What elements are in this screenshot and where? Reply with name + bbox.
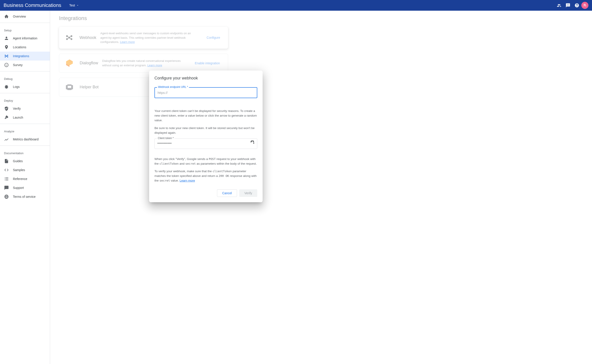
sidebar-item-samples[interactable]: Samples bbox=[0, 166, 50, 175]
verify-info-2: To verify your webhook, make sure that t… bbox=[155, 169, 257, 183]
rocket-icon bbox=[4, 115, 9, 120]
modal-overlay bbox=[50, 11, 592, 364]
sidebar-item-reference[interactable]: Reference bbox=[0, 175, 50, 183]
sidebar-item-verify[interactable]: Verify bbox=[0, 104, 50, 113]
svg-point-7 bbox=[6, 64, 6, 65]
chart-icon bbox=[4, 137, 9, 142]
nav-label: Locations bbox=[13, 46, 26, 49]
nav-label: Terms of service bbox=[13, 195, 36, 198]
nav-label: Guides bbox=[13, 159, 23, 163]
nav-label: Reference bbox=[13, 177, 27, 181]
nav-label: Launch bbox=[13, 116, 23, 119]
refresh-icon bbox=[250, 141, 255, 145]
nav-label: Integrations bbox=[13, 54, 29, 58]
nav-label: Agent information bbox=[13, 37, 37, 40]
agent-selector[interactable]: Test bbox=[67, 3, 81, 8]
divider bbox=[0, 71, 50, 72]
section-debug: Debug bbox=[0, 73, 50, 82]
agent-name: Test bbox=[69, 4, 75, 7]
code-icon bbox=[4, 168, 9, 172]
sidebar-item-integrations[interactable]: Integrations bbox=[0, 52, 50, 60]
smiley-icon bbox=[4, 63, 9, 67]
sidebar-item-launch[interactable]: Launch bbox=[0, 113, 50, 122]
token-info-1: Your current client token can't be displ… bbox=[155, 109, 257, 123]
section-analyze: Analyze bbox=[0, 126, 50, 135]
sidebar-item-survey[interactable]: Survey bbox=[0, 60, 50, 69]
sidebar-item-agent-info[interactable]: Agent information bbox=[0, 34, 50, 43]
nav-label: Support bbox=[13, 186, 24, 189]
nav-label: Survey bbox=[13, 63, 23, 67]
integrations-icon bbox=[4, 54, 9, 58]
webhook-url-field[interactable]: Webhook endpoint URL * bbox=[155, 87, 257, 98]
regenerate-token-button[interactable] bbox=[250, 141, 255, 146]
document-icon bbox=[4, 159, 9, 163]
webhook-url-input[interactable] bbox=[155, 88, 257, 98]
sidebar-item-metrics[interactable]: Metrics dashboard bbox=[0, 135, 50, 144]
cancel-button[interactable]: Cancel bbox=[217, 189, 237, 197]
dialog-title: Configure your webhook bbox=[155, 76, 257, 81]
client-token-input[interactable] bbox=[155, 139, 257, 149]
sidebar-item-support[interactable]: Support bbox=[0, 183, 50, 192]
globe-icon bbox=[4, 194, 9, 199]
client-token-field[interactable]: Client token * bbox=[155, 138, 257, 149]
sidebar-item-tos[interactable]: Terms of service bbox=[0, 192, 50, 201]
nav-label: Overview bbox=[13, 15, 26, 18]
sidebar-item-overview[interactable]: Overview bbox=[0, 12, 50, 21]
divider bbox=[0, 23, 50, 23]
section-documentation: Documentation bbox=[0, 148, 50, 157]
sidebar-item-guides[interactable]: Guides bbox=[0, 157, 50, 166]
topbar: Business Communications Test 鳥 bbox=[0, 0, 592, 11]
share-icon[interactable] bbox=[555, 1, 564, 10]
verify-button[interactable]: Verify bbox=[239, 189, 257, 197]
verify-info-1: When you click "Verify", Google sends a … bbox=[155, 157, 257, 166]
sidebar-item-logs[interactable]: Logs bbox=[0, 82, 50, 91]
section-setup: Setup bbox=[0, 25, 50, 34]
sidebar: Overview Setup Agent information Locatio… bbox=[0, 11, 50, 364]
shield-icon bbox=[4, 106, 9, 111]
divider bbox=[0, 93, 50, 93]
divider bbox=[0, 124, 50, 124]
token-info-2: Be sure to note your new client token. I… bbox=[155, 126, 257, 135]
bug-icon bbox=[4, 84, 9, 89]
field-label: Webhook endpoint URL * bbox=[157, 85, 189, 89]
svg-point-6 bbox=[5, 63, 8, 67]
nav-label: Samples bbox=[13, 168, 25, 172]
main-content: Integrations Webhook Agent-level webhook… bbox=[50, 11, 592, 364]
product-name: Business Communications bbox=[4, 2, 61, 8]
chat-icon bbox=[4, 185, 9, 190]
section-deploy: Deploy bbox=[0, 95, 50, 104]
svg-point-8 bbox=[7, 64, 7, 65]
nav-label: Verify bbox=[13, 107, 21, 110]
home-icon bbox=[4, 14, 9, 19]
dropdown-icon bbox=[76, 4, 79, 7]
list-icon bbox=[4, 176, 9, 181]
divider bbox=[0, 145, 50, 146]
person-icon bbox=[4, 36, 9, 41]
feedback-icon[interactable] bbox=[564, 1, 572, 10]
learn-more-link[interactable]: Learn more bbox=[180, 179, 195, 182]
nav-label: Logs bbox=[13, 85, 20, 89]
field-label: Client token * bbox=[157, 136, 175, 140]
help-icon[interactable] bbox=[572, 1, 581, 10]
location-icon bbox=[4, 45, 9, 50]
user-avatar[interactable]: 鳥 bbox=[581, 2, 588, 9]
sidebar-item-locations[interactable]: Locations bbox=[0, 43, 50, 52]
configure-webhook-dialog: Configure your webhook Webhook endpoint … bbox=[149, 71, 263, 202]
nav-label: Metrics dashboard bbox=[13, 137, 39, 141]
